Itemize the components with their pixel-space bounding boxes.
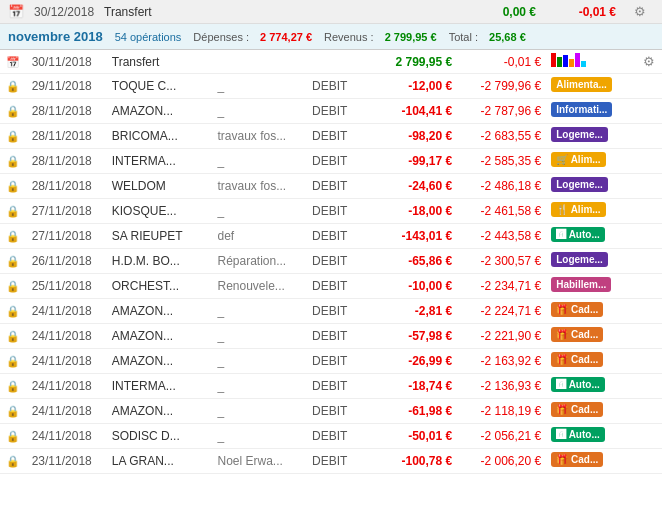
lock-icon: 🔒 bbox=[0, 149, 27, 174]
row-tag[interactable]: 🍴 Alim... bbox=[546, 199, 635, 224]
row-tag[interactable]: 🅰 Auto... bbox=[546, 424, 635, 449]
row-actions[interactable] bbox=[635, 324, 662, 349]
row-type: DEBIT bbox=[307, 399, 368, 424]
row-balance: -2 683,55 € bbox=[457, 124, 546, 149]
row-name: AMAZON... bbox=[107, 349, 213, 374]
row-name: TOQUE C... bbox=[107, 74, 213, 99]
row-tag[interactable]: 🅰 Auto... bbox=[546, 374, 635, 399]
table-row[interactable]: 🔒27/11/2018SA RIEUPETdefDEBIT-143,01 €-2… bbox=[0, 224, 662, 249]
row-actions[interactable] bbox=[635, 149, 662, 174]
row-tag[interactable]: Informati... bbox=[546, 99, 635, 124]
table-row[interactable]: 🔒26/11/2018H.D.M. BO...Réparation...DEBI… bbox=[0, 249, 662, 274]
lock-icon: 🔒 bbox=[0, 424, 27, 449]
row-date: 30/11/2018 bbox=[27, 50, 107, 74]
row-date: 23/11/2018 bbox=[27, 449, 107, 474]
settings-icon[interactable]: ⚙ bbox=[634, 4, 646, 19]
depenses-stats: Dépenses : 2 774,27 € bbox=[193, 31, 312, 43]
row-tag[interactable]: 🎁 Cad... bbox=[546, 299, 635, 324]
row-type: DEBIT bbox=[307, 149, 368, 174]
lock-icon: 🔒 bbox=[0, 374, 27, 399]
row-actions[interactable] bbox=[635, 424, 662, 449]
row-tag[interactable]: 🅰 Auto... bbox=[546, 224, 635, 249]
table-row[interactable]: 🔒28/11/2018BRICOMA...travaux fos...DEBIT… bbox=[0, 124, 662, 149]
table-row[interactable]: 🔒28/11/2018AMAZON..._DEBIT-104,41 €-2 78… bbox=[0, 99, 662, 124]
table-row[interactable]: 🔒24/11/2018AMAZON..._DEBIT-61,98 €-2 118… bbox=[0, 399, 662, 424]
row-date: 28/11/2018 bbox=[27, 99, 107, 124]
row-actions[interactable] bbox=[635, 124, 662, 149]
row-actions[interactable] bbox=[635, 199, 662, 224]
row-actions[interactable] bbox=[635, 374, 662, 399]
row-actions[interactable] bbox=[635, 224, 662, 249]
row-actions[interactable] bbox=[635, 399, 662, 424]
table-row[interactable]: 🔒24/11/2018AMAZON..._DEBIT-26,99 €-2 163… bbox=[0, 349, 662, 374]
row-tag[interactable]: Logeme... bbox=[546, 174, 635, 199]
row-balance: -2 006,20 € bbox=[457, 449, 546, 474]
row-type: DEBIT bbox=[307, 274, 368, 299]
row-type: DEBIT bbox=[307, 324, 368, 349]
row-actions[interactable] bbox=[635, 249, 662, 274]
row-desc: travaux fos... bbox=[212, 124, 307, 149]
row-type: DEBIT bbox=[307, 74, 368, 99]
row-name: LA GRAN... bbox=[107, 449, 213, 474]
table-row[interactable]: 🔒24/11/2018AMAZON..._DEBIT-57,98 €-2 221… bbox=[0, 324, 662, 349]
row-tag[interactable]: Habillem... bbox=[546, 274, 635, 299]
table-row[interactable]: 🔒23/11/2018LA GRAN...Noel Erwa...DEBIT-1… bbox=[0, 449, 662, 474]
row-tag[interactable]: 🎁 Cad... bbox=[546, 399, 635, 424]
table-row[interactable]: 🔒28/11/2018WELDOMtravaux fos...DEBIT-24,… bbox=[0, 174, 662, 199]
row-tag[interactable]: Alimenta... bbox=[546, 74, 635, 99]
lock-icon: 🔒 bbox=[0, 174, 27, 199]
table-row[interactable]: 📅30/11/2018Transfert2 799,95 €-0,01 €⚙ bbox=[0, 50, 662, 74]
row-tag[interactable]: Logeme... bbox=[546, 249, 635, 274]
row-name: H.D.M. BO... bbox=[107, 249, 213, 274]
lock-icon: 🔒 bbox=[0, 224, 27, 249]
row-amount: -2,81 € bbox=[368, 299, 457, 324]
row-actions[interactable] bbox=[635, 74, 662, 99]
month-header: novembre 2018 54 opérations Dépenses : 2… bbox=[0, 24, 662, 50]
row-actions[interactable] bbox=[635, 274, 662, 299]
table-row[interactable]: 🔒24/11/2018INTERMA..._DEBIT-18,74 €-2 13… bbox=[0, 374, 662, 399]
row-amount: -100,78 € bbox=[368, 449, 457, 474]
row-type: DEBIT bbox=[307, 224, 368, 249]
row-name: BRICOMA... bbox=[107, 124, 213, 149]
row-balance: -2 461,58 € bbox=[457, 199, 546, 224]
row-balance: -2 585,35 € bbox=[457, 149, 546, 174]
row-name: INTERMA... bbox=[107, 149, 213, 174]
row-actions[interactable] bbox=[635, 349, 662, 374]
row-desc: _ bbox=[212, 374, 307, 399]
table-row[interactable]: 🔒29/11/2018TOQUE C..._DEBIT-12,00 €-2 79… bbox=[0, 74, 662, 99]
row-tag[interactable]: 🎁 Cad... bbox=[546, 349, 635, 374]
row-tag[interactable]: 🛒 Alim... bbox=[546, 149, 635, 174]
row-date: 28/11/2018 bbox=[27, 124, 107, 149]
row-name: ORCHEST... bbox=[107, 274, 213, 299]
row-amount: -18,00 € bbox=[368, 199, 457, 224]
gear-icon[interactable]: ⚙ bbox=[643, 54, 655, 69]
row-actions[interactable] bbox=[635, 449, 662, 474]
row-actions[interactable] bbox=[635, 174, 662, 199]
row-actions[interactable] bbox=[635, 99, 662, 124]
row-desc: _ bbox=[212, 424, 307, 449]
lock-icon: 🔒 bbox=[0, 399, 27, 424]
table-row[interactable]: 🔒27/11/2018KIOSQUE..._DEBIT-18,00 €-2 46… bbox=[0, 199, 662, 224]
row-type: DEBIT bbox=[307, 449, 368, 474]
row-actions[interactable] bbox=[635, 299, 662, 324]
lock-icon: 🔒 bbox=[0, 249, 27, 274]
row-date: 24/11/2018 bbox=[27, 424, 107, 449]
row-desc: Noel Erwa... bbox=[212, 449, 307, 474]
lock-icon: 🔒 bbox=[0, 449, 27, 474]
row-tag[interactable]: 🎁 Cad... bbox=[546, 449, 635, 474]
row-desc: _ bbox=[212, 74, 307, 99]
row-tag[interactable]: Logeme... bbox=[546, 124, 635, 149]
row-balance: -2 224,71 € bbox=[457, 299, 546, 324]
row-actions[interactable]: ⚙ bbox=[635, 50, 662, 74]
row-type: DEBIT bbox=[307, 424, 368, 449]
table-row[interactable]: 🔒25/11/2018ORCHEST...Renouvele...DEBIT-1… bbox=[0, 274, 662, 299]
table-row[interactable]: 🔒28/11/2018INTERMA..._DEBIT-99,17 €-2 58… bbox=[0, 149, 662, 174]
row-date: 24/11/2018 bbox=[27, 399, 107, 424]
lock-icon: 🔒 bbox=[0, 324, 27, 349]
table-row[interactable]: 🔒24/11/2018AMAZON..._DEBIT-2,81 €-2 224,… bbox=[0, 299, 662, 324]
row-desc: _ bbox=[212, 199, 307, 224]
row-tag[interactable]: 🎁 Cad... bbox=[546, 324, 635, 349]
row-type: DEBIT bbox=[307, 99, 368, 124]
row-balance: -2 163,92 € bbox=[457, 349, 546, 374]
table-row[interactable]: 🔒24/11/2018SODISC D..._DEBIT-50,01 €-2 0… bbox=[0, 424, 662, 449]
